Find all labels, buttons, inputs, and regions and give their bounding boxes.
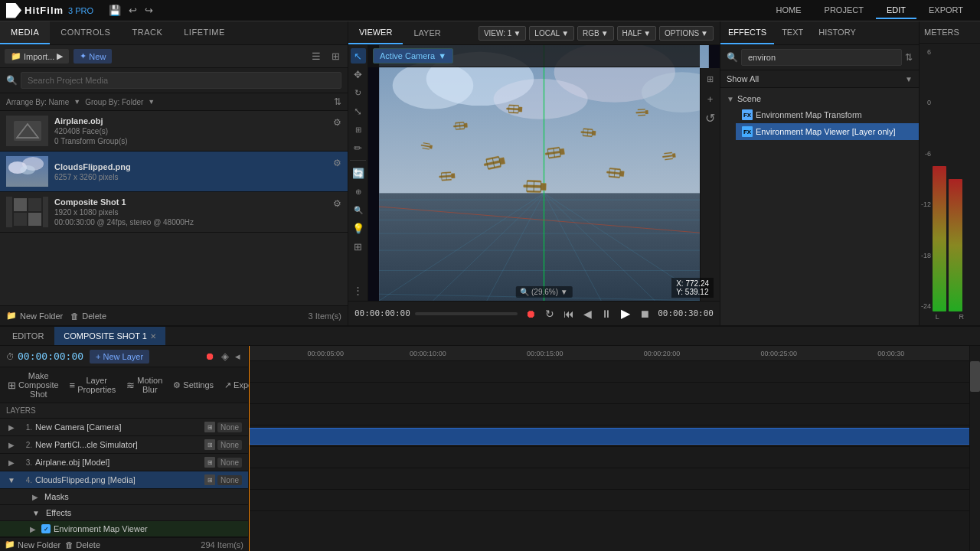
tab-media[interactable]: MEDIA <box>0 21 50 44</box>
tab-composite-shot[interactable]: COMPOSITE SHOT 1 ✕ <box>54 327 165 345</box>
view-dropdown[interactable]: VIEW: 1 ▼ <box>479 26 526 41</box>
more-tools[interactable]: ⋮ <box>351 282 366 298</box>
layer-item[interactable]: ▼ 4. CloudsFlipped.png [Media] ⊞ None <box>0 471 248 489</box>
nav-export[interactable]: EXPORT <box>918 2 974 19</box>
layer-toggle[interactable]: ▶ <box>6 458 17 467</box>
options-dropdown[interactable]: OPTIONS ▼ <box>659 26 714 41</box>
grid-view-button[interactable]: ⊞ <box>328 49 343 64</box>
local-dropdown[interactable]: LOCAL ▼ <box>529 26 574 41</box>
gear-icon[interactable]: ⚙ <box>333 198 341 209</box>
grid-tool[interactable]: ⊞ <box>351 239 366 254</box>
layer-toggle[interactable]: ▶ <box>6 441 17 449</box>
effects-search-input[interactable] <box>741 49 902 66</box>
record-button[interactable]: ⏺ <box>522 306 539 321</box>
make-composite-button[interactable]: ⊞ Make Composite Shot <box>3 369 64 401</box>
new-button[interactable]: ✦ New <box>74 49 112 64</box>
delete-btn[interactable]: 🗑 Delete <box>65 540 100 549</box>
go-start-button[interactable]: ⏮ <box>560 306 577 321</box>
tab-viewer[interactable]: VIEWER <box>348 21 403 44</box>
layer-toggle[interactable]: ▶ <box>6 423 17 432</box>
gear-icon[interactable]: ⚙ <box>333 117 341 128</box>
scale-tool[interactable]: ⤡ <box>351 103 366 119</box>
tab-layer[interactable]: LAYER <box>403 22 451 44</box>
meter-label-neg18: -18 <box>921 252 931 259</box>
layer-item[interactable]: ▶ 2. New PartiCl...cle Simulator] ⊞ None <box>0 436 248 454</box>
scrollbar-thumb[interactable] <box>970 361 980 392</box>
tree-scene-item[interactable]: ▼ Scene <box>720 91 919 106</box>
layer-check[interactable]: ✓ <box>41 524 51 533</box>
show-all-button[interactable]: Show All ▼ <box>720 70 919 88</box>
import-button[interactable]: 📁 Import... ▶ <box>5 49 69 64</box>
layer-item[interactable]: ▶ 3. Airplane.obj [Model] ⊞ None <box>0 454 248 471</box>
sort-effects-icon[interactable]: ⇅ <box>905 52 913 63</box>
tab-controls[interactable]: CONTROLS <box>50 21 121 44</box>
tab-history[interactable]: HISTORY <box>811 21 864 44</box>
track-block-clouds[interactable] <box>249 428 980 445</box>
pause-button[interactable]: ⏸ <box>598 306 615 321</box>
layer-properties-button[interactable]: ≡ Layer Properties <box>65 373 121 396</box>
light-tool[interactable]: 💡 <box>351 220 366 236</box>
keyframe-nav-icon[interactable]: ◂ <box>234 349 242 364</box>
rotate-tool[interactable]: ↻ <box>351 85 366 100</box>
pen-tool[interactable]: ✏ <box>351 140 366 155</box>
half-dropdown[interactable]: HALF ▼ <box>617 26 656 41</box>
camera-zoom-tool[interactable]: 🔍 <box>351 202 366 217</box>
timeline-scrollbar[interactable] <box>969 346 980 551</box>
new-folder-btn[interactable]: 📁 New Folder <box>5 540 60 549</box>
nav-project[interactable]: PROJECT <box>814 2 874 19</box>
zoom-out-icon[interactable]: ↺ <box>703 111 718 126</box>
move-tool[interactable]: ✥ <box>351 67 366 82</box>
camera-pan-tool[interactable]: ⊕ <box>351 184 366 199</box>
fit-view-icon[interactable]: ⊞ <box>703 71 718 86</box>
list-item[interactable]: Composite Shot 1 1920 x 1080 pixels 00:0… <box>0 192 348 233</box>
left-tabs: MEDIA CONTROLS TRACK LIFETIME <box>0 21 348 45</box>
motion-blur-button[interactable]: ≋ Motion Blur <box>122 373 167 396</box>
layer-item[interactable]: ▶ 1. New Camera [Camera] ⊞ None <box>0 419 248 436</box>
gear-icon[interactable]: ⚙ <box>333 158 341 168</box>
play-button[interactable]: ▶ <box>618 305 633 322</box>
redo-icon[interactable]: ↪ <box>145 5 153 16</box>
tree-env-transform-item[interactable]: FX Environment Map Transform <box>736 106 919 123</box>
save-icon[interactable]: 💾 <box>109 5 121 16</box>
list-item[interactable]: CloudsFlipped.png 6257 x 3260 pixels ⚙ <box>0 152 348 192</box>
select-tool[interactable]: ↖ <box>351 48 366 64</box>
keyframe-add-icon[interactable]: ◈ <box>220 349 230 364</box>
meters-panel: METERS 6 0 -6 -12 -18 -24 <box>919 21 980 325</box>
search-input[interactable] <box>21 72 341 89</box>
list-item[interactable]: Airplane.obj 420408 Face(s) 0 Transform … <box>0 111 348 152</box>
step-back-button[interactable]: ◀ <box>580 306 595 321</box>
stop-button[interactable]: ⏹ <box>636 306 653 321</box>
sort-button[interactable]: ⇅ <box>334 96 341 107</box>
delete-button[interactable]: 🗑 Delete <box>70 311 106 321</box>
new-folder-button[interactable]: 📁 New Folder <box>6 311 63 321</box>
layer-toggle[interactable]: ▼ <box>6 476 17 484</box>
media-name: CloudsFlipped.png <box>54 162 341 171</box>
layer-subitem[interactable]: ▶ Masks <box>0 489 248 505</box>
layer-subitem[interactable]: ▼ Effects <box>0 505 248 521</box>
crop-tool[interactable]: ⊞ <box>351 122 366 137</box>
plus-icon: ✦ <box>80 51 87 61</box>
undo-icon[interactable]: ↩ <box>129 5 137 16</box>
tab-lifetime[interactable]: LIFETIME <box>173 21 236 44</box>
list-view-button[interactable]: ☰ <box>309 49 324 64</box>
record-tl-icon[interactable]: ⏺ <box>204 349 217 364</box>
zoom-in-icon[interactable]: + <box>703 91 718 106</box>
zoom-level[interactable]: 🔍 (29.6%) ▼ <box>515 286 572 298</box>
loop-button[interactable]: ↻ <box>542 306 557 321</box>
rgb-dropdown[interactable]: RGB ▼ <box>577 26 614 41</box>
camera-dropdown[interactable]: Active Camera ▼ <box>373 48 453 64</box>
layer-subitem[interactable]: ▶ ✓ Environment Map Viewer <box>0 521 248 537</box>
timeline-scrubber[interactable] <box>415 312 518 315</box>
tree-env-viewer-item[interactable]: FX Environment Map Viewer [Layer only] <box>736 123 919 140</box>
close-tab-icon[interactable]: ✕ <box>150 332 156 341</box>
camera-orbit-tool[interactable]: 🔄 <box>351 165 366 181</box>
tab-text[interactable]: TEXT <box>774 21 811 44</box>
nav-edit[interactable]: EDIT <box>876 2 916 19</box>
tab-editor[interactable]: EDITOR <box>3 327 53 345</box>
settings-button[interactable]: ⚙ Settings <box>168 378 218 393</box>
new-layer-button[interactable]: + New Layer <box>90 350 149 364</box>
tab-effects[interactable]: EFFECTS <box>720 21 774 44</box>
playhead[interactable] <box>249 346 250 551</box>
tab-track[interactable]: TRACK <box>121 21 173 44</box>
nav-home[interactable]: HOME <box>766 2 812 19</box>
